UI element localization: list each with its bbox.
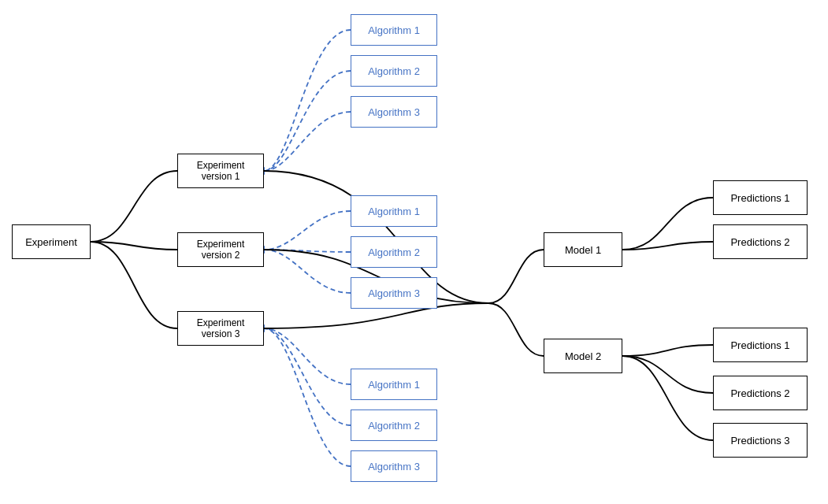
- alg3-top-node: Algorithm 3: [351, 96, 437, 128]
- alg3-bot-node: Algorithm 3: [351, 450, 437, 482]
- experiment-node: Experiment: [12, 224, 91, 259]
- model1-node: Model 1: [544, 232, 622, 267]
- alg2-mid-node: Algorithm 2: [351, 236, 437, 268]
- model2-node: Model 2: [544, 339, 622, 373]
- alg2-top-node: Algorithm 2: [351, 55, 437, 87]
- pred2-bot-node: Predictions 2: [713, 376, 808, 410]
- pred1-bot-node: Predictions 1: [713, 328, 808, 362]
- pred1-top-node: Predictions 1: [713, 180, 808, 215]
- pred3-bot-node: Predictions 3: [713, 423, 808, 458]
- exp-v2-node: Experimentversion 2: [177, 232, 264, 267]
- pred2-top-node: Predictions 2: [713, 224, 808, 259]
- alg1-mid-node: Algorithm 1: [351, 195, 437, 227]
- exp-v1-node: Experimentversion 1: [177, 154, 264, 188]
- alg1-top-node: Algorithm 1: [351, 14, 437, 46]
- exp-v3-node: Experimentversion 3: [177, 311, 264, 346]
- alg1-bot-node: Algorithm 1: [351, 369, 437, 400]
- alg2-bot-node: Algorithm 2: [351, 410, 437, 441]
- alg3-mid-node: Algorithm 3: [351, 277, 437, 309]
